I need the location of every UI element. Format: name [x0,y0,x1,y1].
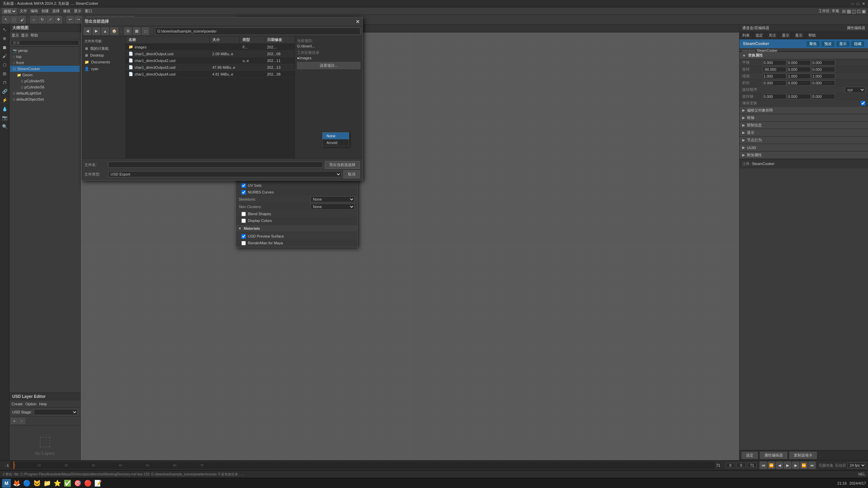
toolbar-btn-select[interactable]: ↖ [2,16,9,23]
nav-home-btn[interactable]: 🏠 [110,27,118,35]
icon-btn-2[interactable]: ▦ [847,8,851,14]
usd-remove-btn[interactable]: − [18,418,25,424]
usd-menu-option[interactable]: Option [25,402,36,406]
maximize-btn[interactable]: □ [857,1,859,6]
attr-select-btn[interactable]: 选定 [742,452,758,459]
toolbar-btn-transform[interactable]: ✥ [55,16,62,23]
transport-end[interactable]: ⏭ [808,462,816,469]
menu-window[interactable]: 窗口 [85,8,92,14]
cancel-btn[interactable]: 取消 [343,170,360,178]
attr-tab-list[interactable]: 列表 [739,32,753,39]
menu-create[interactable]: 创建 [41,8,49,14]
col-date[interactable]: 日期修改 [264,36,295,43]
toolbar-btn-redo[interactable]: ↪ [75,16,82,23]
attr-display-btn[interactable]: 显示 [836,41,850,47]
menu-modify[interactable]: 修改 [63,8,71,14]
taskbar-app7[interactable]: 🎯 [73,479,82,488]
outliner-search-input[interactable] [11,40,79,45]
attr-presets-btn[interactable]: 预设 [821,41,835,47]
renderman-checkbox[interactable] [241,241,246,245]
playback-start-input[interactable] [726,463,735,468]
scale-x[interactable] [763,74,786,79]
file-row-output4[interactable]: 📄char1_directOutput4.usd 4.81 MiBu..e 20… [126,71,295,78]
col-type[interactable]: 类型 [240,36,264,43]
mode-selector[interactable]: 建模 [2,8,17,14]
attr-load-attrs-btn[interactable]: 属性编辑器 [760,452,787,459]
transform-section-header[interactable]: ▼ 变换属性 [739,52,868,59]
tree-item-front[interactable]: □ front [10,60,80,66]
tree-item-lightset[interactable]: □ defaultLightSet [10,90,80,96]
taskbar-filemanager[interactable]: 📁 [43,479,52,488]
icon-btn-4[interactable]: ⊡ [857,8,861,14]
blend-shapes-checkbox[interactable] [241,212,246,216]
skeletons-select[interactable]: None [311,196,355,202]
materials-subsection-header[interactable]: ▼ Materials [236,225,357,232]
translate-y[interactable] [787,60,811,65]
file-row-images[interactable]: 📁images F... 202... [126,44,295,50]
skin-clusters-select[interactable]: None [311,204,355,210]
usd-preview-checkbox[interactable] [241,234,246,239]
menu-edit[interactable]: 编辑 [31,8,38,14]
file-dialog-titlebar[interactable]: 导出当前选择 ✕ [82,17,362,26]
raxis-x[interactable] [763,94,786,99]
toolbar-btn-scale[interactable]: ⤢ [46,16,54,23]
file-dialog-close[interactable]: ✕ [356,19,360,24]
tree-item-objectset[interactable]: □ defaultObjectSet [10,96,80,102]
node-behavior-section[interactable]: ▶ 节点行为 [739,137,868,144]
file-row-output2[interactable]: 📄char1_directOutput2.usd u..e 202...11 [126,57,295,64]
rotate-x[interactable] [763,67,786,72]
inherit-transform-checkbox[interactable] [861,101,865,105]
translate-z[interactable] [811,60,835,65]
taskbar-notes[interactable]: 📝 [94,479,102,488]
menu-display[interactable]: 显示 [74,8,81,14]
tree-item-geom[interactable]: 📁 Geom [10,72,80,78]
icon-btn-3[interactable]: ◫ [852,8,856,14]
sidebar-item-ryan[interactable]: 👤ryan [82,65,125,72]
filename-input[interactable] [108,162,323,168]
export-btn[interactable]: 导出当前选选择 [325,161,360,169]
dropdown-none-item[interactable]: None [322,133,349,139]
minimize-btn[interactable]: ─ [851,1,854,6]
attr-tab-display1[interactable]: 显示 [779,32,792,39]
icon-dynamics[interactable]: ⚡ [1,96,8,104]
icon-btn-5[interactable]: ▣ [862,8,866,14]
shear-x[interactable] [763,80,786,86]
dropdown-arnold-item[interactable]: Arnold [322,139,349,146]
icon-hierarchy[interactable]: ⊕ [1,35,8,42]
pivot-section[interactable]: ▶ 枢轴 [739,114,868,122]
transport-next-frame[interactable]: ▶ [792,462,800,469]
taskbar-app5[interactable]: ⭐ [53,479,62,488]
tree-item-pcyl56[interactable]: □ pCylinder56 [10,84,80,90]
outliner-menu-show[interactable]: 显示 [21,33,28,38]
playback-end-input[interactable] [747,463,757,468]
menu-select[interactable]: 选择 [52,8,60,14]
attr-focus-btn[interactable]: 聚焦 [806,41,820,47]
nurbs-checkbox[interactable] [241,190,246,195]
nav-list-btn[interactable]: ⊞ [124,27,132,35]
icon-fluid[interactable]: 💧 [1,105,8,113]
extra-attrs-section[interactable]: ▶ 附加属性 [739,151,868,159]
raxis-z[interactable] [811,94,835,99]
attr-tab-help[interactable]: 帮助 [806,32,818,39]
rotate-z[interactable] [811,67,835,72]
sidebar-item-desktop[interactable]: 🖥Desktop [82,52,125,59]
col-size[interactable]: 大小 [210,36,240,43]
usd-add-btn[interactable]: + [11,418,18,424]
attr-editor-label[interactable]: 属性编辑器 [847,25,865,30]
transport-play[interactable]: ▶ [784,462,791,469]
shear-z[interactable] [811,80,835,86]
taskbar-app8[interactable]: 🔴 [83,479,92,488]
transport-prev-frame[interactable]: ◀ [776,462,783,469]
attr-tab-select[interactable]: 选定 [753,32,766,39]
col-name[interactable]: 名称 [126,36,210,43]
current-frame-input[interactable] [736,463,746,468]
uuid-section[interactable]: ▶ UUID [739,144,868,151]
icon-btn-1[interactable]: ⊞ [842,8,846,14]
scale-y[interactable] [787,74,811,79]
nav-back-btn[interactable]: ◀ [84,27,91,35]
attr-tab-focus[interactable]: 关注 [766,32,779,39]
outliner-menu-display[interactable]: 显示 [12,33,19,38]
set-project-btn[interactable]: 设置项目... [297,62,360,69]
icon-constraint[interactable]: 🔗 [1,87,8,95]
taskbar-todo[interactable]: ✅ [63,479,72,488]
